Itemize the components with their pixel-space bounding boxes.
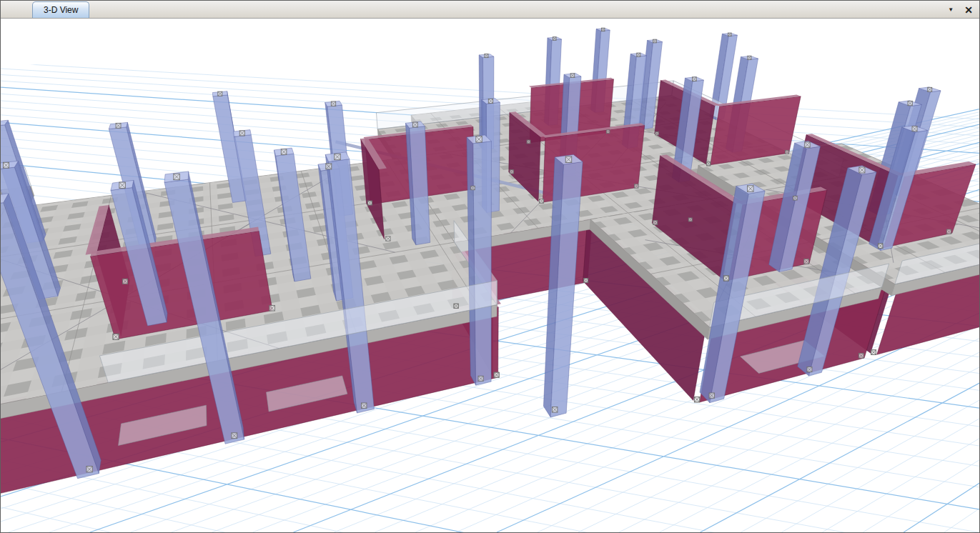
tab-list-dropdown-icon[interactable]: ▼ [948,7,954,13]
view-tab-bar: 3-D View ▼ ✕ [1,1,979,19]
close-view-icon[interactable]: ✕ [964,5,973,15]
tab-3d-view-label: 3-D View [44,5,78,15]
3d-view-window: 3-D View ▼ ✕ [0,0,980,533]
tab-3d-view[interactable]: 3-D View [32,1,89,18]
tab-bar-controls: ▼ ✕ [948,1,973,19]
3d-viewport[interactable] [1,19,979,532]
column [467,135,491,385]
scene-canvas [1,19,979,532]
